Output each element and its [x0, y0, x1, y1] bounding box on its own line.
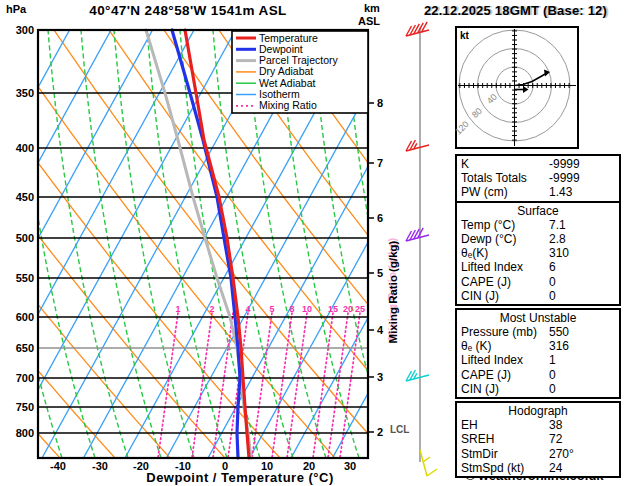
svg-text:300: 300	[16, 24, 34, 36]
metric-label: PW (cm)	[461, 185, 549, 199]
metric-value: 1.43	[549, 185, 615, 199]
metric-value: 24	[549, 461, 615, 475]
wind-barb	[406, 22, 429, 36]
general-row: K-9999	[457, 157, 619, 171]
svg-text:10: 10	[302, 304, 312, 314]
wind-barb	[406, 140, 429, 151]
mixing-ratio-axis-label: Mixing Ratio (g/kg)	[387, 212, 399, 372]
svg-text:450: 450	[16, 191, 34, 203]
hodograph-kt-label: kt	[460, 30, 469, 41]
most-unstable-row: CAPE (J)0	[457, 368, 619, 382]
svg-text:6: 6	[377, 212, 383, 224]
metric-value: -9999	[549, 157, 615, 171]
x-axis-label: Dewpoint / Temperature (°C)	[95, 470, 385, 485]
svg-text:25: 25	[355, 304, 365, 314]
metric-value: 2.8	[549, 232, 615, 246]
svg-text:7: 7	[377, 157, 383, 169]
metric-value: 316	[549, 339, 615, 353]
metric-value: 550	[549, 325, 615, 339]
metric-label: CAPE (J)	[461, 275, 549, 289]
km-unit-label: km	[364, 2, 380, 14]
svg-text:-40: -40	[50, 460, 66, 472]
most-unstable-row: θₑ (K)316	[457, 339, 619, 353]
metric-label: Lifted Index	[461, 353, 549, 367]
indices-box-hodograph: HodographEH38SREH72StmDir270°StmSpd (kt)…	[455, 401, 621, 478]
hodograph: 4080120	[453, 27, 578, 148]
metric-value: 6	[549, 260, 615, 274]
metric-label: Pressure (mb)	[461, 325, 549, 339]
hodograph-row: EH38	[457, 418, 619, 432]
surface-row: CIN (J)0	[457, 289, 619, 303]
metric-label: CIN (J)	[461, 289, 549, 303]
divider	[457, 201, 619, 203]
svg-text:15: 15	[328, 304, 338, 314]
surface-row: θₑ(K)310	[457, 246, 619, 260]
svg-text:Wet Adiabat: Wet Adiabat	[259, 77, 316, 89]
most-unstable-row: Lifted Index1	[457, 353, 619, 367]
svg-text:8: 8	[377, 97, 383, 109]
metric-value: 0	[549, 275, 615, 289]
section-header-most-unstable: Most Unstable	[457, 311, 619, 325]
surface-row: Temp (°C)7.1	[457, 218, 619, 232]
svg-text:Isotherm: Isotherm	[259, 88, 300, 100]
svg-text:Temperature: Temperature	[259, 32, 318, 44]
km-axis: 8765432	[368, 97, 384, 438]
metric-value: 0	[549, 382, 615, 396]
svg-text:4: 4	[377, 324, 384, 336]
most-unstable-row: Pressure (mb)550	[457, 325, 619, 339]
svg-text:1: 1	[175, 304, 180, 314]
svg-text:600: 600	[16, 311, 34, 323]
asl-unit-label: ASL	[358, 15, 380, 27]
pressure-unit-label: hPa	[6, 3, 26, 15]
metric-label: StmSpd (kt)	[461, 461, 549, 475]
skewt-sounding-app: 1245810152025TemperatureDewpointParcel T…	[0, 0, 629, 486]
indices-panel: K-9999Totals Totals-9999PW (cm)1.43Surfa…	[455, 154, 621, 480]
metric-label: Totals Totals	[461, 171, 549, 185]
metric-value: 38	[549, 418, 615, 432]
svg-text:5: 5	[377, 267, 383, 279]
metric-label: Temp (°C)	[461, 218, 549, 232]
svg-text:700: 700	[16, 372, 34, 384]
wind-barb	[406, 228, 429, 241]
metric-value: 0	[549, 289, 615, 303]
surface-row: Dewp (°C)2.8	[457, 232, 619, 246]
wind-barb	[406, 370, 429, 381]
svg-text:500: 500	[16, 232, 34, 244]
metric-label: EH	[461, 418, 549, 432]
svg-text:400: 400	[16, 142, 34, 154]
metric-label: StmDir	[461, 447, 549, 461]
metric-label: SREH	[461, 432, 549, 446]
indices-box-most-unstable: Most UnstablePressure (mb)550θₑ (K)316Li…	[455, 308, 621, 399]
svg-text:650: 650	[16, 342, 34, 354]
metric-value: 270°	[549, 447, 615, 461]
surface-row: CAPE (J)0	[457, 275, 619, 289]
section-header-surface: Surface	[457, 204, 619, 218]
svg-text:Dewpoint: Dewpoint	[259, 43, 303, 55]
datetime-title: 22.12.2025 18GMT (Base: 12)	[402, 3, 629, 18]
metric-label: θₑ (K)	[461, 339, 549, 353]
indices-box-general: K-9999Totals Totals-9999PW (cm)1.43Surfa…	[455, 154, 621, 306]
metric-value: 0	[549, 368, 615, 382]
metric-value: -9999	[549, 171, 615, 185]
svg-text:750: 750	[16, 401, 34, 413]
svg-text:2: 2	[377, 426, 383, 438]
svg-text:8: 8	[289, 304, 294, 314]
station-title: 40°47'N 248°58'W 1541m ASL	[38, 3, 338, 18]
most-unstable-row: CIN (J)0	[457, 382, 619, 396]
surface-wind-barb	[420, 450, 437, 476]
svg-text:Parcel Trajectory: Parcel Trajectory	[259, 54, 339, 66]
svg-text:3: 3	[377, 371, 383, 383]
legend: TemperatureDewpointParcel TrajectoryDry …	[232, 31, 368, 113]
metric-label: CIN (J)	[461, 382, 549, 396]
svg-text:350: 350	[16, 87, 34, 99]
metric-value: 310	[549, 246, 615, 260]
metric-label: Dewp (°C)	[461, 232, 549, 246]
hodograph-row: StmDir270°	[457, 447, 619, 461]
metric-label: Lifted Index	[461, 260, 549, 274]
hodograph-row: StmSpd (kt)24	[457, 461, 619, 475]
svg-text:800: 800	[16, 427, 34, 439]
metric-label: K	[461, 157, 549, 171]
svg-text:Dry Adiabat: Dry Adiabat	[259, 65, 313, 77]
metric-label: CAPE (J)	[461, 368, 549, 382]
svg-text:4: 4	[245, 304, 250, 314]
